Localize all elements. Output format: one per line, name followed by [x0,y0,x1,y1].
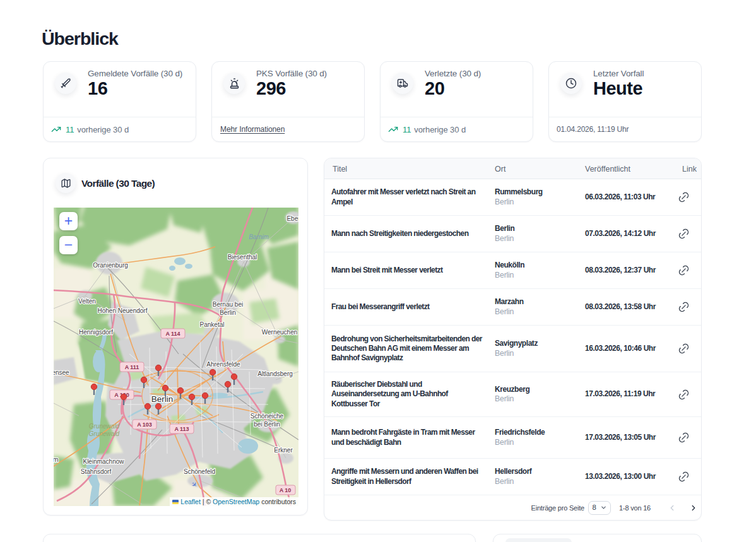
svg-text:Schönefeld: Schönefeld [184,468,215,475]
svg-text:Kleinmachnow: Kleinmachnow [83,458,124,465]
svg-text:ensee: ensee [54,369,69,376]
svg-text:Berlin: Berlin [220,309,236,316]
svg-text:Berlin: Berlin [151,394,174,404]
svg-text:A 113: A 113 [174,426,189,432]
svg-text:Stahnsdorf: Stahnsdorf [81,468,112,475]
svg-text:A 114: A 114 [165,331,180,337]
svg-text:Grunewald: Grunewald [89,423,120,430]
svg-text:Biesenthal: Biesenthal [228,254,257,261]
svg-text:A 111: A 111 [125,364,139,370]
svg-text:Oranienburg: Oranienburg [93,262,128,269]
svg-text:m: m [54,456,59,463]
svg-text:Grunewald: Grunewald [89,430,120,437]
svg-text:Eber: Eber [286,215,298,222]
svg-text:Barnim: Barnim [249,233,269,240]
svg-text:Hennigsdorf: Hennigsdorf [79,329,113,336]
svg-text:Panketal: Panketal [200,321,225,328]
svg-text:bei Berlin: bei Berlin [254,421,280,428]
svg-text:Schöneiche: Schöneiche [251,413,284,420]
svg-text:Bernau bei: Bernau bei [213,301,243,308]
svg-text:A 10: A 10 [280,487,292,493]
svg-text:Hohen Neuendorf: Hohen Neuendorf [98,307,148,314]
svg-text:Ahrensfelde: Ahrensfelde [206,361,240,368]
svg-text:Werneuchen: Werneuchen [262,329,298,336]
svg-text:Altlandsberg: Altlandsberg [257,370,293,377]
svg-text:Velten: Velten [78,298,96,305]
svg-text:A 103: A 103 [137,421,152,428]
svg-text:Erkner: Erkner [274,447,293,454]
